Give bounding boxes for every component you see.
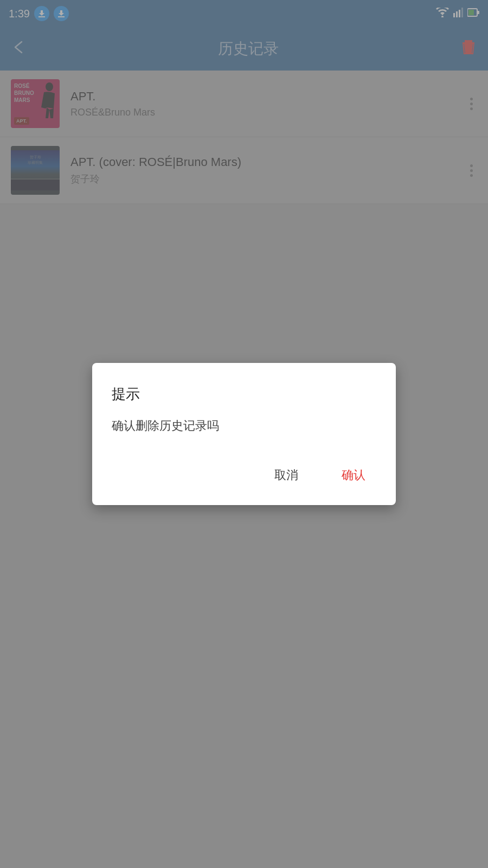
confirm-button[interactable]: 确认 (331, 462, 376, 489)
dialog-overlay: 提示 确认删除历史记录吗 取消 确认 (0, 0, 488, 868)
dialog-title: 提示 (112, 385, 376, 404)
cancel-button[interactable]: 取消 (264, 462, 309, 489)
dialog-message: 确认删除历史记录吗 (112, 417, 376, 435)
dialog-buttons: 取消 确认 (112, 462, 376, 489)
dialog: 提示 确认删除历史记录吗 取消 确认 (92, 363, 396, 505)
